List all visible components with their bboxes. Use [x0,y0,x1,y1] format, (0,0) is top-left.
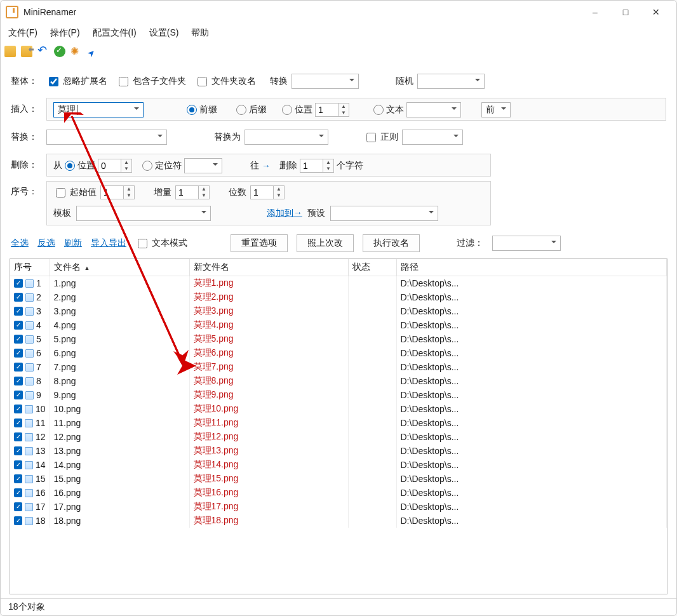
execute-button[interactable]: 执行改名 [363,234,420,252]
row-checkbox[interactable] [14,279,23,288]
table-row[interactable]: 7 7.png 莫理7.png D:\Desktop\s... [10,360,667,374]
combo-text-match[interactable] [406,102,461,117]
table-row[interactable]: 10 10.png 莫理10.png D:\Desktop\s... [10,402,667,416]
col-idx[interactable]: 序号 [10,259,50,276]
combo-regex[interactable] [402,130,463,145]
table-row[interactable]: 1 1.png 莫理1.png D:\Desktop\s... [10,276,667,291]
row-checkbox[interactable] [14,377,23,385]
chk-text-mode[interactable]: 文本模式 [135,237,187,250]
row-checkbox[interactable] [14,293,23,302]
combo-front-value: 前 [486,104,495,116]
combo-replace-to[interactable] [245,130,328,145]
menu-action[interactable]: 操作(P) [50,27,80,39]
row-checkbox[interactable] [14,502,22,511]
row-checkbox[interactable] [14,446,22,455]
chk-start-val[interactable]: 起始值 [53,186,97,199]
table-row[interactable]: 4 4.png 莫理4.png D:\Desktop\s... [10,318,667,332]
link-select-all[interactable]: 全选 [11,238,29,249]
combo-locator[interactable] [184,158,222,173]
spin-delete-count[interactable]: ▲▼ [300,159,334,173]
spin-from-position[interactable]: ▲▼ [98,159,132,173]
radio-prefix[interactable]: 前缀 [187,104,217,116]
radio-locator[interactable]: 定位符 [142,160,182,171]
row-checkbox[interactable] [14,405,22,413]
table-row[interactable]: 15 15.png 莫理15.png D:\Desktop\s... [10,472,667,486]
close-button[interactable]: ✕ [641,2,671,22]
spin-start-val[interactable]: ▲▼ [100,185,135,199]
settings-icon[interactable] [70,46,82,57]
row-checkbox[interactable] [14,460,22,469]
link-inverse[interactable]: 反选 [37,238,55,249]
chk-ignore-ext-label: 忽略扩展名 [63,76,107,87]
col-path[interactable]: 路径 [396,259,667,276]
row-checkbox[interactable] [14,335,23,344]
chk-folder-rename[interactable]: 文件夹改名 [195,75,256,88]
table-row[interactable]: 13 13.png 莫理13.png D:\Desktop\s... [10,444,667,458]
table-row[interactable]: 14 14.png 莫理14.png D:\Desktop\s... [10,458,667,472]
col-name[interactable]: 文件名 [50,259,189,276]
combo-filter[interactable] [492,236,561,251]
chk-include-sub[interactable]: 包含子文件夹 [116,75,186,88]
row-checkbox[interactable] [14,349,23,358]
table-row[interactable]: 3 3.png 莫理3.png D:\Desktop\s... [10,304,667,318]
table-row[interactable]: 8 8.png 莫理8.png D:\Desktop\s... [10,374,667,388]
link-import-export[interactable]: 导入导出 [91,238,126,249]
maximize-button[interactable]: □ [610,2,641,22]
combo-preset[interactable] [330,206,438,221]
menu-file[interactable]: 文件(F) [8,27,37,39]
radio-text[interactable]: 文本 [373,104,404,116]
chk-ignore-ext[interactable]: 忽略扩展名 [46,75,107,88]
file-table[interactable]: 序号 文件名 新文件名 状态 路径 1 1.png 莫理1.png D:\Des… [10,258,667,594]
spin-position[interactable]: ▲▼ [315,103,349,117]
table-row[interactable]: 6 6.png 莫理6.png D:\Desktop\s... [10,346,667,360]
combo-template[interactable] [76,206,211,221]
pin-icon[interactable] [87,46,98,57]
row-checkbox[interactable] [14,516,22,525]
spin-increment[interactable]: ▲▼ [175,185,210,199]
menu-help[interactable]: 帮助 [191,27,209,39]
link-add-to[interactable]: 添加到→ [267,208,302,219]
radio-suffix[interactable]: 后缀 [236,104,267,116]
row-checkbox[interactable] [14,474,22,483]
radio-from-position[interactable]: 位置 [65,160,95,171]
menu-config[interactable]: 配置文件(I) [93,27,137,39]
insert-text-input[interactable]: 莫理 [53,102,144,117]
row-checkbox[interactable] [14,418,22,427]
cell-path: D:\Desktop\s... [396,374,667,388]
combo-random[interactable] [417,74,485,89]
reset-options-button[interactable]: 重置选项 [231,234,288,252]
table-row[interactable]: 2 2.png 莫理2.png D:\Desktop\s... [10,290,667,304]
chk-regex[interactable]: 正则 [364,131,398,144]
col-new-name[interactable]: 新文件名 [189,259,348,276]
chk-start-val-label: 起始值 [70,187,97,198]
cell-status [348,388,396,402]
menu-settings[interactable]: 设置(S) [149,27,179,39]
table-row[interactable]: 11 11.png 莫理11.png D:\Desktop\s... [10,416,667,430]
row-checkbox[interactable] [14,391,23,399]
row-checkbox[interactable] [14,488,22,497]
add-folder-icon[interactable] [21,46,32,57]
row-checkbox[interactable] [14,432,22,441]
minimize-button[interactable]: – [580,2,610,22]
table-row[interactable]: 5 5.png 莫理5.png D:\Desktop\s... [10,332,667,346]
combo-convert[interactable] [292,74,359,89]
table-row[interactable]: 12 12.png 莫理12.png D:\Desktop\s... [10,430,667,444]
combo-front-back[interactable]: 前 [481,102,511,117]
table-row[interactable]: 16 16.png 莫理16.png D:\Desktop\s... [10,486,667,500]
row-checkbox[interactable] [14,363,23,372]
row-checkbox[interactable] [14,321,23,330]
table-row[interactable]: 18 18.png 莫理18.png D:\Desktop\s... [10,514,667,528]
radio-position[interactable]: 位置 [282,104,312,116]
add-files-icon[interactable] [4,46,16,57]
table-row[interactable]: 9 9.png 莫理9.png D:\Desktop\s... [10,388,667,402]
link-refresh[interactable]: 刷新 [64,238,82,249]
row-checkbox[interactable] [14,307,23,316]
apply-icon[interactable] [54,46,65,57]
table-row[interactable]: 17 17.png 莫理17.png D:\Desktop\s... [10,500,667,514]
as-last-time-button[interactable]: 照上次改 [297,234,354,252]
combo-replace-find[interactable] [46,130,167,145]
spin-digits[interactable]: ▲▼ [250,185,285,199]
col-status[interactable]: 状态 [348,259,396,276]
row-index: 8 [36,376,41,386]
undo-icon[interactable] [37,46,49,57]
